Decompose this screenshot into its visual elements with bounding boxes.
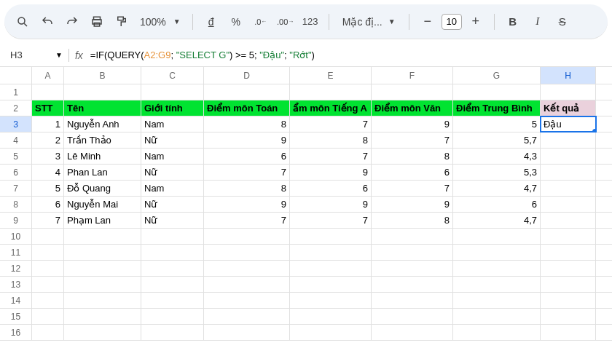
cell-F8[interactable]: 9 <box>372 197 453 212</box>
cell-C2[interactable]: Giới tính <box>141 100 204 116</box>
cell-D16[interactable] <box>204 325 290 340</box>
cell-E11[interactable] <box>290 245 372 260</box>
formula-input[interactable]: =IF(QUERY(A2:G9; "SELECT G") >= 5; "Đậu"… <box>89 48 605 62</box>
cell-H12[interactable] <box>541 261 596 276</box>
row-header[interactable]: 15 <box>0 309 32 324</box>
italic-button[interactable]: I <box>527 11 549 33</box>
cell-G6[interactable]: 5,3 <box>453 165 541 180</box>
cell-F6[interactable]: 6 <box>372 165 453 180</box>
cell-G9[interactable]: 4,7 <box>453 213 541 228</box>
col-header-C[interactable]: C <box>141 67 204 84</box>
cell-G14[interactable] <box>453 293 541 308</box>
cell-F15[interactable] <box>372 309 453 324</box>
row-header[interactable]: 16 <box>0 325 32 340</box>
col-header-D[interactable]: D <box>204 67 290 84</box>
cell-C3[interactable]: Nam <box>141 116 204 132</box>
col-header-F[interactable]: F <box>372 67 453 84</box>
zoom-dropdown[interactable]: 100%▼ <box>136 16 185 28</box>
cell-A15[interactable] <box>32 309 64 324</box>
cell-C11[interactable] <box>141 245 204 260</box>
cell-E7[interactable]: 6 <box>290 181 372 196</box>
cell-A4[interactable]: 2 <box>32 132 64 148</box>
decrease-font-button[interactable]: − <box>417 11 439 33</box>
cell-A14[interactable] <box>32 293 64 308</box>
cell-E12[interactable] <box>290 261 372 276</box>
cell-E1[interactable] <box>290 84 372 100</box>
row-header[interactable]: 11 <box>0 245 32 260</box>
cell-G15[interactable] <box>453 309 541 324</box>
col-header-G[interactable]: G <box>453 67 541 84</box>
increase-font-button[interactable]: + <box>465 11 487 33</box>
cell-F10[interactable] <box>372 229 453 244</box>
print-icon[interactable] <box>86 11 108 33</box>
cell-B4[interactable]: Trần Thảo <box>64 132 141 148</box>
cell-H9[interactable] <box>541 213 596 228</box>
cell-D15[interactable] <box>204 309 290 324</box>
row-header[interactable]: 7 <box>0 181 32 196</box>
cell-C9[interactable]: Nữ <box>141 213 204 228</box>
cell-F12[interactable] <box>372 261 453 276</box>
cell-A9[interactable]: 7 <box>32 213 64 228</box>
cell-C1[interactable] <box>141 84 204 100</box>
cell-B12[interactable] <box>64 261 141 276</box>
cell-B6[interactable]: Phan Lan <box>64 165 141 180</box>
cell-C12[interactable] <box>141 261 204 276</box>
cell-H2[interactable]: Kết quả <box>541 100 596 116</box>
cell-C10[interactable] <box>141 229 204 244</box>
cell-E3[interactable]: 7 <box>290 116 372 132</box>
row-header[interactable]: 10 <box>0 229 32 244</box>
search-icon[interactable] <box>12 11 34 33</box>
cell-D14[interactable] <box>204 293 290 308</box>
cell-F5[interactable]: 8 <box>372 149 453 164</box>
cell-E2[interactable]: ẩm môn Tiếng A <box>290 100 372 116</box>
cell-B8[interactable]: Nguyễn Mai <box>64 197 141 212</box>
cell-G10[interactable] <box>453 229 541 244</box>
cell-D4[interactable]: 9 <box>204 132 290 148</box>
currency-button[interactable]: đ <box>200 11 222 33</box>
increase-decimal-icon[interactable]: .00→ <box>275 11 297 33</box>
cell-F13[interactable] <box>372 277 453 292</box>
cell-H6[interactable] <box>541 165 596 180</box>
cell-F4[interactable]: 7 <box>372 132 453 148</box>
cell-A13[interactable] <box>32 277 64 292</box>
redo-icon[interactable] <box>61 11 83 33</box>
cell-D12[interactable] <box>204 261 290 276</box>
cell-H10[interactable] <box>541 229 596 244</box>
cell-G12[interactable] <box>453 261 541 276</box>
cell-E15[interactable] <box>290 309 372 324</box>
cell-G13[interactable] <box>453 277 541 292</box>
number-format-button[interactable]: 123 <box>299 11 321 33</box>
cell-H16[interactable] <box>541 325 596 340</box>
cell-D7[interactable]: 8 <box>204 181 290 196</box>
row-header[interactable]: 8 <box>0 197 32 212</box>
decrease-decimal-icon[interactable]: .0← <box>250 11 272 33</box>
cell-C6[interactable]: Nữ <box>141 165 204 180</box>
cell-C4[interactable]: Nữ <box>141 132 204 148</box>
cell-H15[interactable] <box>541 309 596 324</box>
row-header[interactable]: 14 <box>0 293 32 308</box>
cell-H3[interactable]: Đậu <box>541 116 596 132</box>
cell-B13[interactable] <box>64 277 141 292</box>
col-header-A[interactable]: A <box>32 67 64 84</box>
cell-F11[interactable] <box>372 245 453 260</box>
cell-E13[interactable] <box>290 277 372 292</box>
cell-E9[interactable]: 7 <box>290 213 372 228</box>
cell-G3[interactable]: 5 <box>453 116 541 132</box>
row-header[interactable]: 2 <box>0 100 32 116</box>
cell-E5[interactable]: 7 <box>290 149 372 164</box>
row-header[interactable]: 9 <box>0 213 32 228</box>
col-header-H[interactable]: H <box>541 67 596 84</box>
cell-D2[interactable]: Điểm môn Toán <box>204 100 290 116</box>
cell-B5[interactable]: Lê Minh <box>64 149 141 164</box>
row-header[interactable]: 12 <box>0 261 32 276</box>
cell-A7[interactable]: 5 <box>32 181 64 196</box>
cell-C16[interactable] <box>141 325 204 340</box>
cell-A6[interactable]: 4 <box>32 165 64 180</box>
cell-G1[interactable] <box>453 84 541 100</box>
cell-H4[interactable] <box>541 132 596 148</box>
cell-E8[interactable]: 9 <box>290 197 372 212</box>
cell-G8[interactable]: 6 <box>453 197 541 212</box>
cell-B3[interactable]: Nguyễn Anh <box>64 116 141 132</box>
cell-B9[interactable]: Phạm Lan <box>64 213 141 228</box>
undo-icon[interactable] <box>36 11 58 33</box>
